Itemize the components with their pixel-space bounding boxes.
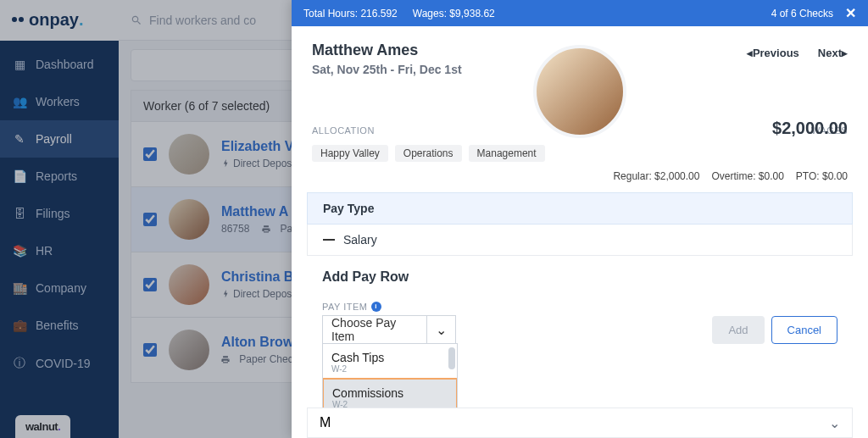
check-count: 4 of 6 Checks [771,8,833,19]
employee-panel: Total Hours: 216.592 Wages: $9,938.62 4 … [292,0,868,438]
pay-item-dropdown[interactable]: Choose Pay Item ⌄ Cash Tips W-2 Commissi… [322,315,456,344]
option-sublabel: W-2 [331,364,448,374]
tag: Management [469,145,545,162]
tag: Operations [395,145,462,162]
bottom-accordion[interactable]: M ⌄ [307,408,853,438]
cancel-button[interactable]: Cancel [771,316,837,344]
subtotals: Regular: $2,000.00 Overtime: $0.00 PTO: … [292,170,868,192]
scrollbar[interactable] [448,347,455,369]
next-button[interactable]: Next▸ [818,47,848,59]
collapse-icon[interactable] [323,239,335,241]
option-label: Cash Tips [331,351,448,364]
panel-top-bar: Total Hours: 216.592 Wages: $9,938.62 4 … [292,0,868,26]
tag: Happy Valley [312,145,388,162]
close-icon[interactable]: ✕ [845,5,856,21]
regular-amount: Regular: $2,000.00 [613,170,699,182]
accordion-label: M [320,415,331,430]
pay-item-label: PAY ITEM i [307,302,853,312]
dropdown-label[interactable]: Choose Pay Item [323,316,426,343]
add-pay-row-heading: Add Pay Row [307,266,853,288]
pay-type-header: Pay Type [307,192,853,225]
chevron-down-icon[interactable]: ⌄ [426,316,455,343]
allocation-tags: Happy Valley Operations Management [292,145,868,170]
pto-amount: PTO: $0.00 [796,170,848,182]
previous-button[interactable]: ◂Previous [747,47,799,59]
add-button[interactable]: Add [712,316,764,344]
employee-avatar [533,45,626,138]
wages-top: Wages: $9,938.62 [413,8,495,19]
total-hours: Total Hours: 216.592 [303,8,398,19]
option-label: Commissions [332,386,448,400]
overtime-amount: Overtime: $0.00 [711,170,783,182]
panel-header: Matthew Ames Sat, Nov 25th - Fri, Dec 1s… [292,26,868,85]
salary-label: Salary [343,233,377,247]
chevron-down-icon[interactable]: ⌄ [829,415,840,431]
dropdown-item-cash-tips[interactable]: Cash Tips W-2 [323,344,457,379]
salary-row[interactable]: Salary [307,225,853,256]
info-icon[interactable]: i [371,302,381,312]
